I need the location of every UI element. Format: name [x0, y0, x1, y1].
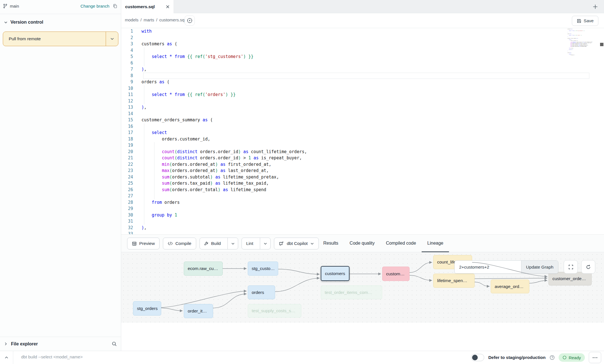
tab-results[interactable]: Results — [318, 235, 344, 252]
code-line[interactable]: 6 — [121, 60, 604, 66]
code-line[interactable]: 21 count(distinct orders.order_id) > 1 a… — [121, 155, 604, 161]
code-line[interactable]: 3customers as ( — [121, 41, 604, 47]
code-line[interactable]: 2 — [121, 35, 604, 41]
code-line[interactable]: 15customer_orders_summary as ( — [121, 117, 604, 123]
file-explorer-label: File explorer — [11, 341, 108, 347]
code-line[interactable]: 29 — [121, 206, 604, 212]
lineage-node[interactable]: order_it… — [184, 304, 213, 318]
pull-from-remote-button[interactable]: Pull from remote — [3, 32, 118, 46]
plus-icon — [592, 4, 598, 10]
tab-customers-sql[interactable]: customers.sql — [121, 0, 174, 14]
code-line[interactable]: 27 — [121, 193, 604, 199]
code-line[interactable]: 26 sum(orders.order_total) as lifetime_s… — [121, 187, 604, 193]
save-label: Save — [584, 18, 594, 23]
code-line[interactable]: 9orders as ( — [121, 79, 604, 85]
code-line[interactable]: 18 orders.customer_id, — [121, 136, 604, 142]
tab-code-quality[interactable]: Code quality — [344, 235, 380, 252]
code-line[interactable]: 14 — [121, 111, 604, 117]
branch-bar: main Change branch — [0, 0, 121, 14]
status-badge: Ready — [559, 353, 585, 362]
code-line[interactable]: 10 — [121, 85, 604, 92]
code-line[interactable]: 7), — [121, 66, 604, 73]
code-line[interactable]: 23 max(orders.ordered_at) as last_ordere… — [121, 168, 604, 174]
fullscreen-button[interactable] — [564, 260, 578, 274]
lineage-node[interactable]: test_order_items_com… — [321, 285, 382, 299]
close-icon[interactable] — [166, 5, 170, 9]
lineage-node[interactable]: average_ord… — [491, 280, 529, 293]
lineage-node[interactable]: stg_orders — [133, 301, 161, 316]
defer-toggle[interactable] — [471, 354, 484, 361]
build-options-toggle[interactable] — [227, 238, 238, 249]
status-bar: dbt build --select <model_name> Defer to… — [0, 351, 604, 364]
code-line[interactable]: 24 sum(orders.subtotal) as lifetime_spen… — [121, 174, 604, 180]
code-line[interactable]: 16 — [121, 123, 604, 130]
version-control-header[interactable]: Version control — [0, 14, 121, 29]
code-line[interactable]: 19 — [121, 142, 604, 149]
lineage-node[interactable]: customer_orde… — [548, 272, 592, 285]
save-button[interactable]: Save — [572, 16, 598, 26]
file-explorer-row[interactable]: File explorer — [0, 337, 121, 351]
lint-options-toggle[interactable] — [260, 238, 270, 249]
explore-button[interactable] — [185, 15, 195, 26]
toggle-knob — [472, 355, 478, 360]
code-line[interactable]: 4 — [121, 47, 604, 54]
code-line[interactable]: 30 group by 1 — [121, 212, 604, 218]
code-line[interactable]: 22 min(orders.ordered_at) as first_order… — [121, 161, 604, 168]
save-icon — [577, 19, 581, 23]
lineage-selector-input[interactable] — [455, 261, 521, 273]
code-line[interactable]: 5 select * from {{ ref('stg_customers') … — [121, 53, 604, 60]
breadcrumb-segment[interactable]: marts — [144, 17, 154, 22]
build-button[interactable]: Build — [200, 238, 238, 249]
current-branch: main — [3, 4, 19, 8]
help-icon[interactable] — [550, 355, 555, 360]
code-line[interactable]: 28 from orders — [121, 199, 604, 206]
compile-button[interactable]: Compile — [163, 238, 196, 249]
preview-button[interactable]: Preview — [127, 238, 160, 249]
command-bar-collapse-button[interactable] — [0, 351, 13, 364]
code-line[interactable]: 13), — [121, 104, 604, 111]
lineage-node[interactable]: custom… — [382, 267, 410, 281]
ready-label: Ready — [569, 355, 581, 360]
breadcrumb-segment[interactable]: customers.sql — [159, 17, 185, 22]
lineage-node[interactable]: lifetime_spen… — [433, 274, 475, 288]
code-line[interactable]: 31 — [121, 218, 604, 225]
code-line[interactable]: 11 select * from {{ ref('orders') }} — [121, 91, 604, 98]
code-line[interactable]: 25 sum(orders.tax_paid) as lifetime_tax_… — [121, 180, 604, 187]
code-line[interactable]: 12 — [121, 98, 604, 104]
copy-icon[interactable] — [113, 4, 118, 8]
tab-compiled-code[interactable]: Compiled code — [380, 235, 422, 252]
more-options-button[interactable] — [589, 352, 601, 363]
branch-actions: Change branch — [80, 4, 118, 8]
update-graph-button[interactable]: Update Graph — [521, 261, 558, 273]
dbt-copilot-button[interactable]: dbt Copilot — [274, 238, 318, 249]
code-line[interactable]: 17 select — [121, 129, 604, 136]
breadcrumb-segment[interactable]: models — [125, 17, 138, 22]
code-line[interactable]: 20 count(distinct orders.order_id) as co… — [121, 149, 604, 155]
new-tab-button[interactable] — [592, 3, 599, 10]
code-line[interactable]: 8 — [121, 73, 604, 79]
code-line[interactable]: 32), — [121, 225, 604, 231]
tab-title: customers.sql — [125, 4, 163, 9]
lineage-node[interactable]: test_supply_costs_s… — [248, 304, 301, 318]
lineage-node[interactable]: stg_custo… — [248, 262, 278, 276]
code-line[interactable]: 1with — [121, 28, 604, 35]
lineage-node[interactable]: ecom.raw_cu… — [184, 262, 223, 276]
chevron-down-icon — [264, 242, 267, 245]
tab-lineage[interactable]: Lineage — [422, 235, 449, 252]
chevron-down-icon — [4, 21, 8, 24]
editor-scrollbar[interactable] — [600, 43, 603, 46]
command-input[interactable]: dbt build --select <model_name> — [21, 354, 83, 359]
lineage-panel[interactable]: ecom.raw_cu…stg_custo…customerscustom…co… — [121, 252, 604, 323]
change-branch-link[interactable]: Change branch — [80, 4, 109, 8]
refresh-button[interactable] — [581, 260, 595, 274]
lineage-node[interactable]: orders — [248, 285, 275, 299]
lineage-node[interactable]: customers — [321, 266, 349, 281]
code-icon — [168, 242, 173, 245]
lint-main[interactable]: Lint — [242, 238, 257, 249]
lint-button[interactable]: Lint — [242, 238, 271, 249]
pull-options-toggle[interactable] — [106, 32, 118, 46]
search-icon[interactable] — [112, 341, 117, 347]
build-main[interactable]: Build — [200, 238, 225, 249]
code-editor[interactable]: 1with23customers as (45 select * from {{… — [121, 28, 604, 262]
minimap[interactable]: withcustomers as ( select * from {{ ref(… — [567, 28, 596, 75]
